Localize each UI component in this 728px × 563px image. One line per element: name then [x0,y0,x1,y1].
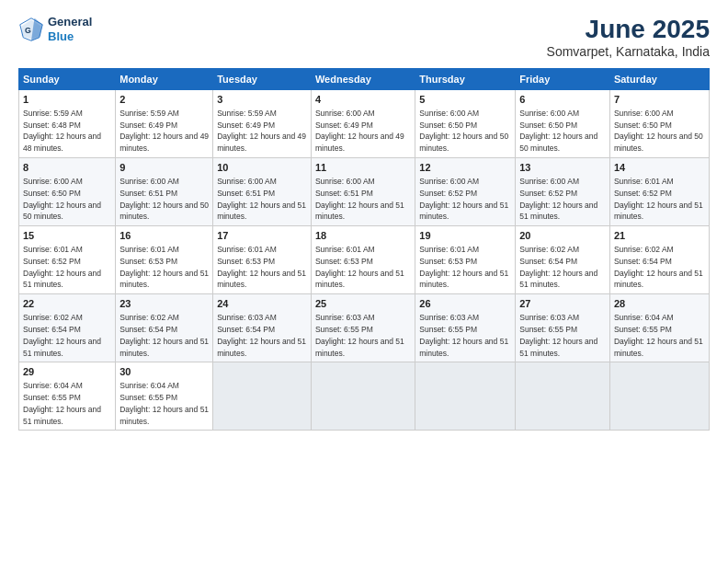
cell-content: Sunrise: 6:00 AMSunset: 6:52 PMDaylight:… [419,177,508,221]
day-number: 2 [119,93,209,107]
day-number: 10 [217,161,307,175]
table-cell: 20Sunrise: 6:02 AMSunset: 6:54 PMDayligh… [516,226,610,294]
table-cell [213,362,312,431]
cell-content: Sunrise: 5:59 AMSunset: 6:48 PMDaylight:… [23,109,101,153]
logo-line1: General [48,15,92,29]
cell-content: Sunrise: 6:00 AMSunset: 6:50 PMDaylight:… [419,109,508,153]
cell-content: Sunrise: 5:59 AMSunset: 6:49 PMDaylight:… [217,109,306,153]
col-friday: Friday [516,69,610,90]
cell-content: Sunrise: 6:00 AMSunset: 6:49 PMDaylight:… [315,109,404,153]
cell-content: Sunrise: 6:04 AMSunset: 6:55 PMDaylight:… [119,381,209,425]
table-cell: 8Sunrise: 6:00 AMSunset: 6:50 PMDaylight… [19,158,116,226]
table-cell: 27Sunrise: 6:03 AMSunset: 6:55 PMDayligh… [516,294,610,362]
table-cell: 3Sunrise: 5:59 AMSunset: 6:49 PMDaylight… [213,90,312,158]
table-cell: 7Sunrise: 6:00 AMSunset: 6:50 PMDaylight… [609,90,709,158]
day-number: 13 [519,161,606,175]
table-cell [415,362,516,431]
table-cell: 1Sunrise: 5:59 AMSunset: 6:48 PMDaylight… [19,90,116,158]
cell-content: Sunrise: 6:01 AMSunset: 6:53 PMDaylight:… [419,245,508,289]
day-number: 18 [315,229,411,243]
cell-content: Sunrise: 6:03 AMSunset: 6:55 PMDaylight:… [419,313,508,357]
header: G General Blue June 2025 Somvarpet, Karn… [18,15,710,59]
cell-content: Sunrise: 6:01 AMSunset: 6:53 PMDaylight:… [315,245,404,289]
logo-line2: Blue [48,29,92,44]
col-wednesday: Wednesday [311,69,415,90]
col-thursday: Thursday [415,69,516,90]
table-cell [311,362,415,431]
table-row: 1Sunrise: 5:59 AMSunset: 6:48 PMDaylight… [19,90,710,158]
cell-content: Sunrise: 6:00 AMSunset: 6:51 PMDaylight:… [315,177,404,221]
day-number: 30 [119,365,209,379]
day-number: 16 [119,229,209,243]
cell-content: Sunrise: 6:00 AMSunset: 6:50 PMDaylight:… [519,109,597,153]
table-cell: 19Sunrise: 6:01 AMSunset: 6:53 PMDayligh… [415,226,516,294]
table-cell: 13Sunrise: 6:00 AMSunset: 6:52 PMDayligh… [516,158,610,226]
cell-content: Sunrise: 6:04 AMSunset: 6:55 PMDaylight:… [614,313,703,357]
table-row: 8Sunrise: 6:00 AMSunset: 6:50 PMDaylight… [19,158,710,226]
table-row: 15Sunrise: 6:01 AMSunset: 6:52 PMDayligh… [19,226,710,294]
col-sunday: Sunday [19,69,116,90]
table-cell: 22Sunrise: 6:02 AMSunset: 6:54 PMDayligh… [19,294,116,362]
day-number: 12 [419,161,511,175]
day-number: 21 [614,229,705,243]
day-number: 5 [419,93,511,107]
cell-content: Sunrise: 6:03 AMSunset: 6:55 PMDaylight:… [519,313,597,357]
table-cell: 17Sunrise: 6:01 AMSunset: 6:53 PMDayligh… [213,226,312,294]
col-tuesday: Tuesday [213,69,312,90]
table-cell: 14Sunrise: 6:01 AMSunset: 6:52 PMDayligh… [609,158,709,226]
day-number: 6 [519,93,606,107]
day-number: 25 [315,297,411,311]
table-cell: 30Sunrise: 6:04 AMSunset: 6:55 PMDayligh… [116,362,213,431]
cell-content: Sunrise: 6:04 AMSunset: 6:55 PMDaylight:… [23,381,101,425]
table-row: 29Sunrise: 6:04 AMSunset: 6:55 PMDayligh… [19,362,710,431]
table-cell: 6Sunrise: 6:00 AMSunset: 6:50 PMDaylight… [516,90,610,158]
table-cell: 11Sunrise: 6:00 AMSunset: 6:51 PMDayligh… [311,158,415,226]
day-number: 23 [119,297,209,311]
day-number: 17 [217,229,307,243]
day-number: 28 [614,297,705,311]
title-block: June 2025 Somvarpet, Karnataka, India [547,15,710,59]
col-monday: Monday [116,69,213,90]
table-row: 22Sunrise: 6:02 AMSunset: 6:54 PMDayligh… [19,294,710,362]
table-cell: 24Sunrise: 6:03 AMSunset: 6:54 PMDayligh… [213,294,312,362]
cell-content: Sunrise: 6:01 AMSunset: 6:53 PMDaylight:… [217,245,306,289]
table-cell: 18Sunrise: 6:01 AMSunset: 6:53 PMDayligh… [311,226,415,294]
page: G General Blue June 2025 Somvarpet, Karn… [0,0,728,563]
cell-content: Sunrise: 6:01 AMSunset: 6:52 PMDaylight:… [23,245,101,289]
table-cell: 16Sunrise: 6:01 AMSunset: 6:53 PMDayligh… [116,226,213,294]
table-cell [609,362,709,431]
table-cell: 12Sunrise: 6:00 AMSunset: 6:52 PMDayligh… [415,158,516,226]
day-number: 24 [217,297,307,311]
table-cell: 29Sunrise: 6:04 AMSunset: 6:55 PMDayligh… [19,362,116,431]
day-number: 14 [614,161,705,175]
cell-content: Sunrise: 6:00 AMSunset: 6:52 PMDaylight:… [519,177,597,221]
header-row: Sunday Monday Tuesday Wednesday Thursday… [19,69,710,90]
cell-content: Sunrise: 6:02 AMSunset: 6:54 PMDaylight:… [519,245,597,289]
cell-content: Sunrise: 6:02 AMSunset: 6:54 PMDaylight:… [119,313,209,357]
table-cell [516,362,610,431]
cell-content: Sunrise: 5:59 AMSunset: 6:49 PMDaylight:… [119,109,209,153]
logo-text-block: General Blue [48,15,92,43]
table-cell: 2Sunrise: 5:59 AMSunset: 6:49 PMDaylight… [116,90,213,158]
cell-content: Sunrise: 6:02 AMSunset: 6:54 PMDaylight:… [23,313,101,357]
table-cell: 25Sunrise: 6:03 AMSunset: 6:55 PMDayligh… [311,294,415,362]
subtitle: Somvarpet, Karnataka, India [547,44,710,59]
day-number: 7 [614,93,705,107]
day-number: 20 [519,229,606,243]
cell-content: Sunrise: 6:02 AMSunset: 6:54 PMDaylight:… [614,245,703,289]
table-cell: 15Sunrise: 6:01 AMSunset: 6:52 PMDayligh… [19,226,116,294]
table-cell: 28Sunrise: 6:04 AMSunset: 6:55 PMDayligh… [609,294,709,362]
table-cell: 23Sunrise: 6:02 AMSunset: 6:54 PMDayligh… [116,294,213,362]
table-cell: 10Sunrise: 6:00 AMSunset: 6:51 PMDayligh… [213,158,312,226]
svg-text:G: G [25,25,31,34]
day-number: 22 [23,297,111,311]
day-number: 8 [23,161,111,175]
cell-content: Sunrise: 6:03 AMSunset: 6:55 PMDaylight:… [315,313,404,357]
day-number: 29 [23,365,111,379]
day-number: 19 [419,229,511,243]
logo-icon: G [18,17,44,42]
col-saturday: Saturday [609,69,709,90]
day-number: 9 [119,161,209,175]
cell-content: Sunrise: 6:00 AMSunset: 6:50 PMDaylight:… [23,177,101,221]
day-number: 11 [315,161,411,175]
